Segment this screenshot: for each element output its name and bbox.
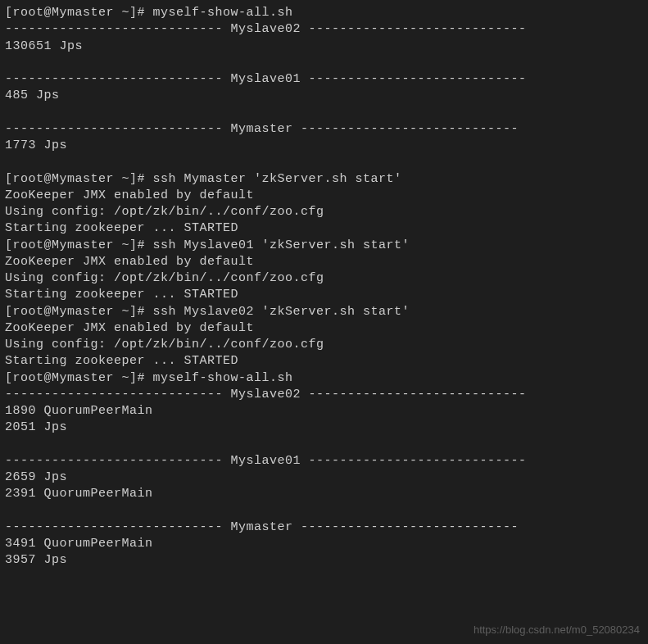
- terminal-line: [root@Mymaster ~]# ssh Mymaster 'zkServe…: [5, 171, 643, 188]
- terminal-line: Starting zookeeper ... STARTED: [5, 287, 643, 303]
- terminal-line: ---------------------------- Myslave01 -…: [5, 453, 643, 469]
- terminal-line: 1890 QuorumPeerMain: [5, 403, 643, 420]
- terminal-line: 485 Jps: [5, 88, 643, 104]
- terminal-line: ---------------------------- Mymaster --…: [5, 121, 643, 138]
- terminal-line: ---------------------------- Mymaster --…: [5, 519, 643, 536]
- terminal-line: ZooKeeper JMX enabled by default: [5, 188, 643, 204]
- terminal-line: 2051 Jps: [5, 420, 643, 436]
- terminal-line: ---------------------------- Myslave01 -…: [5, 71, 643, 88]
- terminal-line: Starting zookeeper ... STARTED: [5, 353, 643, 370]
- terminal-line: Using config: /opt/zk/bin/../conf/zoo.cf…: [5, 204, 643, 220]
- terminal-line: Using config: /opt/zk/bin/../conf/zoo.cf…: [5, 337, 643, 353]
- terminal-line: [root@Mymaster ~]# ssh Myslave01 'zkServ…: [5, 238, 643, 254]
- terminal-line: 1773 Jps: [5, 138, 643, 154]
- terminal-line: 2659 Jps: [5, 469, 643, 486]
- terminal-line: [5, 154, 643, 170]
- terminal-line: [root@Mymaster ~]# ssh Myslave02 'zkServ…: [5, 304, 643, 320]
- terminal-line: ---------------------------- Myslave02 -…: [5, 387, 643, 403]
- terminal-line: [5, 105, 643, 121]
- terminal-line: [5, 55, 643, 71]
- terminal-line: ZooKeeper JMX enabled by default: [5, 254, 643, 270]
- terminal-output: [root@Mymaster ~]# myself-show-all.sh---…: [5, 5, 643, 569]
- terminal-line: Starting zookeeper ... STARTED: [5, 220, 643, 237]
- terminal-line: ---------------------------- Myslave02 -…: [5, 21, 643, 38]
- terminal-line: [root@Mymaster ~]# myself-show-all.sh: [5, 5, 643, 21]
- terminal-line: 130651 Jps: [5, 39, 643, 55]
- terminal-line: 3957 Jps: [5, 552, 643, 569]
- terminal-line: ZooKeeper JMX enabled by default: [5, 320, 643, 337]
- terminal-line: [root@Mymaster ~]# myself-show-all.sh: [5, 370, 643, 387]
- terminal-line: 2391 QuorumPeerMain: [5, 486, 643, 502]
- terminal-line: Using config: /opt/zk/bin/../conf/zoo.cf…: [5, 270, 643, 287]
- terminal-line: [5, 437, 643, 453]
- watermark-text: https://blog.csdn.net/m0_52080234: [474, 623, 640, 637]
- terminal-line: 3491 QuorumPeerMain: [5, 536, 643, 552]
- terminal-line: [5, 503, 643, 519]
